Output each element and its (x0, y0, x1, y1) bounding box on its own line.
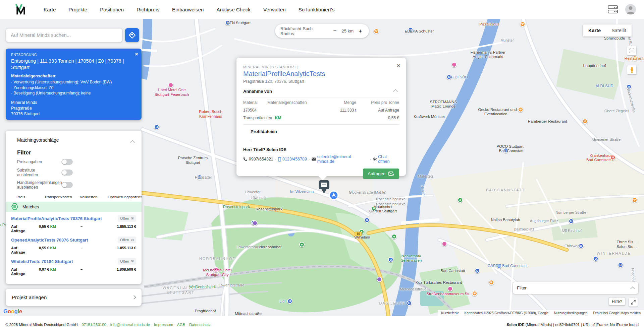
envelope-icon: ✉ (131, 216, 134, 221)
nav-item-karte[interactable]: Karte (44, 7, 56, 12)
toggle-switch[interactable] (61, 159, 73, 165)
footer-left: © 2025 Mineral Minds Deutschland GmbH·07… (5, 323, 211, 327)
popup-column-header: Menge (321, 100, 356, 105)
fullscreen-button[interactable] (627, 46, 636, 55)
match-vollkosten: – (74, 267, 102, 276)
disposal-properties-heading: Materialeigenschaften: (11, 74, 136, 78)
popup-transport-unit: KM (275, 116, 281, 120)
footer-copyright: © 2025 Mineral Minds Deutschland GmbH (5, 323, 78, 327)
attribution-item[interactable]: Kurzbefehle (441, 311, 459, 315)
popup-files-heading: Profildateien (251, 129, 399, 134)
match-status-badge[interactable]: Offen✉ (118, 215, 136, 222)
matches-hexagon-icon (11, 203, 18, 210)
directions-button[interactable] (125, 28, 139, 42)
map-attribution-bar: KurzbefehleKartendaten ©2025 GeoBasis-DE… (438, 310, 644, 316)
server-stack-icon[interactable] (608, 5, 618, 13)
attribution-item[interactable]: Fehler bei Google Maps melden (593, 311, 641, 315)
pegman-button[interactable] (627, 65, 636, 74)
match-potential: 1.855.113 € (102, 246, 136, 255)
expand-map-button[interactable] (629, 298, 638, 307)
footer-link[interactable]: Impressum (154, 323, 173, 327)
popup-title[interactable]: MaterialProfileAnalyticTests (243, 70, 399, 78)
match-transport: 0,55 €KM (39, 246, 74, 255)
match-transport: 0,55 €KM (39, 224, 74, 233)
main-nav: KarteProjektePositionenRichtpreisEinbauw… (44, 7, 335, 12)
toggle-switch[interactable] (61, 170, 73, 176)
popup-address: Pragstraße 120, 70376, Stuttgart (243, 79, 399, 84)
map-type-karte-button[interactable]: Karte (583, 24, 606, 37)
chevron-right-icon (132, 295, 136, 299)
match-vollkosten: – (74, 246, 102, 255)
nav-item-verwalten[interactable]: Verwalten (263, 7, 286, 12)
popup-phone: 0987/654321 (249, 157, 273, 161)
popup-table-cell: 170504 (243, 108, 267, 113)
footer-link[interactable]: 07151/250100 (82, 323, 106, 327)
footer-link[interactable]: info@mineral-minds.de (110, 323, 150, 327)
envelope-icon (312, 157, 316, 161)
popup-email-link[interactable]: selenide@mineral-minds.de (312, 154, 368, 164)
help-button[interactable]: Hilfe? (609, 297, 625, 306)
route-10-badge: 10 (355, 232, 362, 236)
toggle-switch[interactable] (61, 182, 73, 188)
nav-item-projekte[interactable]: Projekte (68, 7, 87, 12)
footer-link[interactable]: AGB (177, 323, 185, 327)
popup-chat-link[interactable]: Chat öffnen (373, 154, 399, 164)
match-status-badge[interactable]: Offen✉ (118, 258, 136, 265)
match-vollkosten: – (74, 224, 102, 233)
filter-heading: Filter (17, 149, 136, 156)
disposal-street: Pragstraße (11, 106, 136, 111)
radius-plus-button[interactable]: + (357, 28, 364, 35)
match-column-headers: PreisTransportkostenVollkostenOptimierun… (11, 195, 136, 199)
match-title-link[interactable]: MaterialProfileAnalyticTests 70376 Stutt… (11, 216, 102, 221)
footer-link[interactable]: Datenschutz (189, 323, 211, 327)
popup-section-collapse-icon[interactable] (393, 89, 398, 93)
disposal-property: Zuordnungsklasse: Z0 (11, 85, 136, 91)
match-title-link[interactable]: WhitelistTests 70184 Stuttgart (11, 259, 73, 264)
match-status-badge[interactable]: Offen✉ (118, 237, 136, 243)
popup-close-icon[interactable]: × (396, 62, 400, 69)
popup-transport-value: 0,55 € (388, 116, 399, 120)
chat-asterisk-icon (373, 157, 377, 161)
attribution-item[interactable]: Nutzungsbedingungen (554, 311, 588, 315)
map-filter-label: Filter (517, 285, 527, 290)
map-filter-panel[interactable]: Filter (513, 282, 638, 294)
nav-item-richtpreis[interactable]: Richtpreis (137, 7, 159, 12)
popup-table-cell: 111.333 t (321, 108, 356, 113)
match-row: MaterialProfileAnalyticTests 70376 Stutt… (11, 215, 136, 233)
radius-value: 25 km (342, 28, 354, 34)
radius-minus-button[interactable]: − (332, 28, 338, 35)
matching-panel: Matchingvorschläge Filter PreisangabenSu… (6, 131, 142, 284)
column-header: Transportkosten (44, 195, 80, 199)
create-project-card[interactable]: Projekt anlegen (6, 289, 142, 306)
phone-icon (243, 157, 247, 161)
send-mail-icon (388, 172, 394, 176)
location-popup: × MINERAL MINDS STANDORT | MaterialProfi… (236, 58, 406, 176)
nav-item-einbauweisen[interactable]: Einbauweisen (172, 7, 204, 12)
map-type-satellit-button[interactable]: Satellit (606, 24, 632, 37)
user-avatar[interactable] (625, 4, 636, 15)
nav-item-analyse-check[interactable]: Analyse Check (217, 7, 251, 12)
search-input[interactable] (6, 28, 122, 42)
anfragen-button[interactable]: Anfragen (363, 169, 399, 179)
popup-mobile-link[interactable]: 0123/456789 (278, 157, 307, 161)
disposal-property: Verwertung (Untersuchungsumfang): VwV Bo… (11, 79, 136, 85)
match-title-link[interactable]: OpenedAnalyticTests 70376 Stuttgart (11, 238, 88, 243)
mineral-minds-logo[interactable] (13, 2, 28, 16)
matches-group-label: Matches (22, 204, 39, 209)
search-row (6, 28, 139, 42)
footer-session-label: Selen IDE (506, 323, 524, 327)
match-row: WhitelistTests 70184 Stuttgart Offen✉ Au… (11, 258, 136, 276)
match-potential: 1.808.509 € (102, 267, 136, 276)
popup-column-header: Material (243, 100, 267, 105)
nav-item-positionen[interactable]: Positionen (100, 7, 124, 12)
google-logo: Google (3, 308, 22, 315)
nav-item-so-funktioniert-s[interactable]: So funktioniert's (299, 7, 335, 12)
column-header: Optimierungspotenzial (108, 195, 142, 199)
toggle-label: Handlungsempfehlungen ausblenden (17, 180, 57, 190)
map-filter-collapse-icon[interactable] (630, 286, 635, 291)
map-canvas[interactable]: UUUUUUUUUUUUUUUUUΨΨΨΨΨΨΨΨ♣♣♣♣♣HH AFN Stu… (0, 19, 644, 316)
popup-kicker: MINERAL MINDS STANDORT | (243, 65, 399, 69)
popup-table-cell (267, 108, 321, 113)
matches-group-bar: Matches (6, 202, 142, 212)
match-price: Auf Anfrage (11, 267, 39, 276)
